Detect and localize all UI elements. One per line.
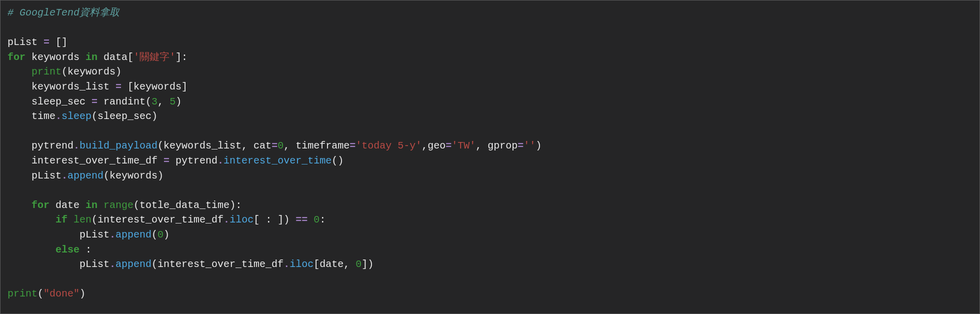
code-token: (interest_over_time_df bbox=[92, 214, 224, 226]
code-token: ) bbox=[536, 140, 542, 152]
code-line: if len(interest_over_time_df.iloc[ : ]) … bbox=[8, 214, 326, 226]
code-token: . bbox=[62, 170, 68, 182]
code-line: print("done") bbox=[8, 288, 86, 300]
code-cell[interactable]: # GoogleTend資料拿取 pList = [] for keywords… bbox=[0, 0, 980, 314]
code-token: for bbox=[32, 200, 50, 211]
code-token: . bbox=[110, 258, 116, 270]
code-token: () bbox=[332, 155, 344, 166]
code-token: . bbox=[56, 110, 62, 122]
code-token: . bbox=[218, 155, 224, 166]
code-token: print bbox=[8, 288, 38, 300]
code-token: len bbox=[74, 214, 92, 226]
code-token: : bbox=[80, 244, 92, 256]
code-token: (interest_over_time_df bbox=[152, 258, 284, 270]
code-token: , timeframe bbox=[284, 140, 350, 152]
code-token: , bbox=[158, 96, 170, 108]
code-token: 'today 5-y' bbox=[356, 140, 422, 152]
code-token: time bbox=[32, 110, 56, 122]
code-line: pList.append(0) bbox=[8, 229, 170, 240]
code-token: = bbox=[92, 96, 98, 108]
code-line: pList.append(keywords) bbox=[8, 170, 164, 182]
code-token: = bbox=[164, 155, 170, 166]
code-token: in bbox=[86, 52, 98, 63]
code-token: , gprop bbox=[476, 140, 518, 152]
code-line: pList = [] bbox=[8, 36, 68, 48]
code-token: . bbox=[284, 258, 290, 270]
code-token: interest_over_time_df bbox=[32, 155, 164, 166]
code-token: == bbox=[296, 214, 308, 226]
code-token: ) bbox=[80, 288, 86, 300]
code-token: = bbox=[272, 140, 278, 152]
code-line: else : bbox=[8, 244, 92, 256]
code-token: "done" bbox=[44, 288, 80, 300]
code-token: append bbox=[68, 170, 104, 182]
code-token: [keywords] bbox=[122, 81, 188, 92]
code-line: sleep_sec = randint(3, 5) bbox=[8, 96, 182, 108]
code-token: randint( bbox=[98, 96, 152, 108]
code-token: iloc bbox=[230, 214, 254, 226]
code-token: (sleep_sec) bbox=[92, 110, 158, 122]
code-line: interest_over_time_df = pytrend.interest… bbox=[8, 155, 344, 166]
code-token: ) bbox=[164, 229, 170, 240]
code-token: ]: bbox=[176, 52, 188, 63]
code-token: ( bbox=[152, 229, 158, 240]
code-token: # GoogleTend資料拿取 bbox=[8, 7, 120, 18]
code-token: = bbox=[44, 36, 50, 48]
code-token bbox=[68, 214, 74, 226]
code-line: print(keywords) bbox=[8, 66, 122, 78]
code-token: pList bbox=[8, 36, 44, 48]
code-token: 0 bbox=[158, 229, 164, 240]
code-token: if bbox=[56, 214, 68, 226]
code-token: [] bbox=[50, 36, 68, 48]
code-token: (keywords) bbox=[104, 170, 164, 182]
code-token: '關鍵字' bbox=[134, 52, 176, 63]
code-token: iloc bbox=[290, 258, 314, 270]
code-token: ) bbox=[176, 96, 182, 108]
code-token: keywords bbox=[26, 52, 86, 63]
code-line: time.sleep(sleep_sec) bbox=[8, 110, 158, 122]
code-token: ]) bbox=[362, 258, 374, 270]
code-token: : bbox=[320, 214, 326, 226]
code-token: else bbox=[56, 244, 80, 256]
code-line: for date in range(totle_data_time): bbox=[8, 200, 242, 211]
code-token: (keywords) bbox=[62, 66, 122, 78]
code-token: append bbox=[116, 258, 152, 270]
code-token: ,geo bbox=[422, 140, 446, 152]
code-token: '' bbox=[524, 140, 536, 152]
code-token bbox=[98, 200, 104, 211]
code-token: pList bbox=[32, 170, 62, 182]
code-token: pList bbox=[80, 258, 110, 270]
code-token: (totle_data_time): bbox=[134, 200, 242, 211]
code-token: sleep bbox=[62, 110, 92, 122]
code-line: pList.append(interest_over_time_df.iloc[… bbox=[8, 258, 374, 270]
code-line: pytrend.build_payload(keywords_list, cat… bbox=[8, 140, 542, 152]
code-token: pytrend bbox=[32, 140, 74, 152]
code-token: append bbox=[116, 229, 152, 240]
code-token: = bbox=[446, 140, 452, 152]
code-token: 0 bbox=[314, 214, 320, 226]
code-token: [ : ]) bbox=[254, 214, 296, 226]
code-token: interest_over_time bbox=[224, 155, 332, 166]
code-token: 3 bbox=[152, 96, 158, 108]
code-token: sleep_sec bbox=[32, 96, 92, 108]
code-token: pytrend bbox=[170, 155, 218, 166]
code-content[interactable]: # GoogleTend資料拿取 pList = [] for keywords… bbox=[8, 6, 972, 302]
code-token bbox=[308, 214, 314, 226]
code-token: range bbox=[104, 200, 134, 211]
code-token: [date, bbox=[314, 258, 356, 270]
code-token: = bbox=[350, 140, 356, 152]
code-line: keywords_list = [keywords] bbox=[8, 81, 188, 92]
code-token: keywords_list bbox=[32, 81, 116, 92]
code-line: # GoogleTend資料拿取 bbox=[8, 7, 120, 18]
code-token: pList bbox=[80, 229, 110, 240]
code-token: for bbox=[8, 52, 26, 63]
code-token: . bbox=[74, 140, 80, 152]
code-token: 'TW' bbox=[452, 140, 476, 152]
code-token: 0 bbox=[278, 140, 284, 152]
code-token: = bbox=[518, 140, 524, 152]
code-token: . bbox=[224, 214, 230, 226]
code-token: print bbox=[32, 66, 62, 78]
code-token: ( bbox=[38, 288, 44, 300]
code-token: date bbox=[50, 200, 86, 211]
code-line: for keywords in data['關鍵字']: bbox=[8, 52, 188, 63]
